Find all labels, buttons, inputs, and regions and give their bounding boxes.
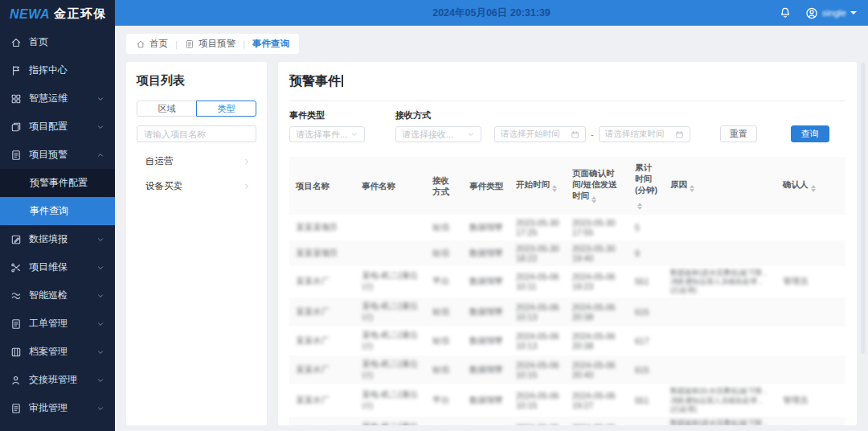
table-cell-reason	[664, 367, 776, 372]
table-cell-event	[355, 250, 426, 257]
table-row[interactable]: 某某水厂某电-机二(液位计)短信数据报警2024-05-06 10:132024…	[289, 326, 845, 355]
table-cell-event: 某电-机二(液位计)	[355, 418, 426, 425]
content-area: 首页|项目预警|事件查询 项目列表 区域类型 自运营设备买卖 预警事件 事件类型…	[115, 26, 868, 431]
project-search-input[interactable]	[137, 125, 256, 142]
sidebar-item-approval[interactable]: 审批管理	[0, 394, 115, 422]
table-cell-person: 管理员	[776, 273, 845, 290]
table-cell-project: 某某水厂	[289, 392, 355, 409]
table-cell-receive: 平台	[426, 273, 463, 290]
table-cell-project: 某某水厂	[289, 424, 355, 425]
breadcrumb-item[interactable]: 事件查询	[252, 38, 289, 50]
table-row[interactable]: 某某水厂某电-机二(液位计)短信数据报警2024-05-06 10:152024…	[289, 355, 845, 384]
end-time-input[interactable]: 请选择结束时间	[599, 126, 690, 142]
doc-icon	[10, 318, 22, 330]
cell-value: 短信	[432, 222, 449, 232]
tree-item-label: 自运营	[145, 155, 174, 167]
event-type-select[interactable]: 请选择事件...	[289, 126, 365, 142]
table-header-cell[interactable]: 页面确认时间/短信发送时间	[566, 162, 628, 208]
sidebar-item-project-warning[interactable]: 项目预警	[0, 141, 115, 169]
sidebar-item-command-center[interactable]: 指挥中心	[0, 56, 115, 84]
breadcrumb-item[interactable]: 首页	[136, 38, 168, 50]
table-row[interactable]: 某某水厂某电-机二(液位计)短信数据报警2024-05-06 10:132024…	[289, 298, 845, 326]
cell-value: 2024-05-06 20:38	[572, 302, 616, 322]
receive-mode-select[interactable]: 请选择接收...	[395, 126, 481, 142]
sort-caret-icon[interactable]	[811, 185, 816, 192]
table-header-cell[interactable]: 确认人	[776, 174, 845, 197]
table-cell-minutes: 561	[628, 425, 664, 425]
sidebar-item-work-order[interactable]: 工单管理	[0, 310, 115, 338]
cell-value: 管理员	[783, 276, 809, 285]
sidebar-item-project-maintenance[interactable]: 项目维保	[0, 253, 115, 281]
project-tab-区域[interactable]: 区域	[137, 101, 197, 117]
notification-bell-icon[interactable]	[779, 6, 792, 19]
table-cell-reason	[664, 310, 776, 314]
cell-value: 2024-05-06 20:40	[572, 360, 616, 380]
date-range-filter: 请选择开始时间 - 请选择结束时间	[494, 126, 690, 142]
tree-item[interactable]: 设备买卖	[137, 174, 256, 199]
table-cell-start: 2024-05-06 10:15	[510, 357, 566, 383]
table-cell-page_time: 2024-05-06 20:40	[566, 357, 628, 383]
column-label: 开始时间	[516, 179, 550, 189]
table-row[interactable]: 某某水厂某电-机二(液位计)平台数据报警2024-05-06 11:262024…	[289, 417, 845, 425]
event-type-filter: 事件类型 请选择事件...	[289, 109, 365, 142]
sort-caret-icon[interactable]	[592, 196, 596, 203]
home-icon	[10, 37, 22, 48]
column-label: 确认人	[783, 179, 809, 189]
table-cell-reason: 数据超标(出水流量低)超下限，消息通知运营人员核实处理，(已处理)	[664, 384, 776, 417]
app-logo: NEWA 金正环保	[0, 0, 115, 28]
sort-caret-icon[interactable]	[637, 203, 642, 210]
table-cell-start: 2023-05-30 17:25	[510, 215, 566, 240]
table-header-cell: 事件类型	[463, 175, 510, 196]
table-cell-start: 2024-05-06 10:15	[510, 388, 566, 413]
table-row[interactable]: 某某某项目短信数据报警2023-05-30 17:252023-05-30 17…	[289, 215, 845, 240]
table-header-cell[interactable]: 累计时间(分钟)	[628, 157, 664, 215]
cell-value: 某电-机二(液位计)	[362, 330, 418, 351]
sidebar-item-data-report[interactable]: 数据填报	[0, 225, 115, 253]
cell-value: 某某水厂	[296, 335, 330, 345]
project-tab-类型[interactable]: 类型	[196, 101, 256, 117]
table-row[interactable]: 某某某项目短信数据报警2023-05-30 18:222023-05-30 19…	[289, 240, 845, 266]
user-menu[interactable]: single	[805, 6, 857, 19]
search-button[interactable]: 查询	[791, 125, 829, 142]
table-header-cell[interactable]: 开始时间	[510, 174, 566, 197]
page-scrollbar[interactable]	[861, 63, 866, 354]
chevron-down-icon	[96, 376, 104, 384]
sidebar-subitem-event-query[interactable]: 事件查询	[0, 197, 115, 225]
sidebar-item-smart-ops[interactable]: 智慧运维	[0, 84, 115, 113]
table-cell-receive: 短信	[426, 219, 463, 236]
sidebar-item-shift-handover[interactable]: 交接班管理	[0, 366, 115, 394]
sort-caret-icon[interactable]	[552, 185, 557, 192]
table-row[interactable]: 某某水厂某电-机二(液位计)平台数据报警2024-05-06 10:152024…	[289, 384, 845, 417]
table-header-cell[interactable]: 原因	[664, 174, 776, 197]
sidebar-item-smart-patrol[interactable]: 智能巡检	[0, 281, 115, 310]
table-cell-type: 数据报警	[463, 303, 510, 321]
cell-value: 数据报警	[469, 395, 503, 404]
table-row[interactable]: 某某水厂某电-机二(液位计)平台数据报警2024-05-06 10:112024…	[289, 266, 845, 298]
chevron-down-icon	[96, 123, 104, 131]
table-cell-receive: 平台	[426, 392, 463, 409]
divider	[289, 101, 845, 101]
table-cell-minutes: 615	[628, 362, 664, 378]
breadcrumb-item[interactable]: 项目预警	[185, 38, 235, 50]
event-type-label: 事件类型	[289, 109, 365, 121]
reset-button[interactable]: 重置	[720, 125, 757, 142]
table-cell-minutes: 5	[628, 220, 664, 236]
chevron-right-icon	[243, 183, 251, 191]
tree-item[interactable]: 自运营	[137, 149, 256, 174]
start-time-input[interactable]: 请选择开始时间	[494, 126, 586, 142]
logo-brand: NEWA	[10, 7, 50, 22]
sidebar-item-project-config[interactable]: 项目配置	[0, 113, 115, 141]
table-cell-minutes: 617	[628, 333, 664, 349]
column-label: 累计时间(分钟)	[635, 162, 657, 195]
table-cell-type: 数据报警	[463, 244, 510, 262]
sidebar-item-archive[interactable]: 档案管理	[0, 338, 115, 366]
sidebar-subitem-warning-event-config[interactable]: 预警事件配置	[0, 169, 115, 197]
start-time-placeholder: 请选择开始时间	[501, 129, 560, 140]
sidebar-item-home[interactable]: 首页	[0, 28, 115, 56]
column-label: 页面确认时间/短信发送时间	[572, 168, 616, 200]
project-list-panel: 项目列表 区域类型 自运营设备买卖	[126, 62, 267, 425]
cell-value: 2023-05-30 18:22	[516, 244, 559, 263]
sort-caret-icon[interactable]	[690, 185, 694, 192]
cell-value: 短信	[432, 335, 449, 345]
project-search	[137, 125, 256, 142]
